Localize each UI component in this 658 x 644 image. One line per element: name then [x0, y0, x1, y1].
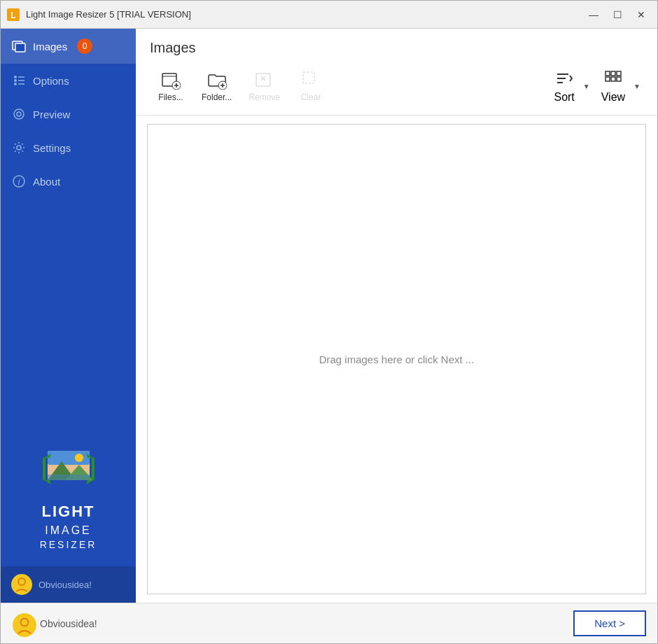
remove-button: Remove — [241, 66, 287, 106]
bottom-brand-icon — [12, 612, 34, 635]
svg-point-17 — [75, 454, 83, 462]
svg-rect-20 — [48, 475, 90, 480]
sidebar-nav: Images 0 Options — [1, 29, 136, 430]
maximize-button[interactable]: ☐ — [607, 6, 628, 23]
svg-rect-44 — [611, 71, 615, 76]
svg-rect-48 — [617, 77, 621, 81]
view-label: View — [601, 91, 625, 104]
svg-point-4 — [14, 76, 17, 78]
view-arrow-icon[interactable]: ▼ — [631, 64, 643, 108]
svg-point-28 — [18, 578, 25, 585]
page-title: Images — [150, 40, 643, 56]
svg-rect-43 — [606, 71, 610, 76]
logo-graphic — [41, 444, 97, 493]
svg-marker-22 — [44, 480, 51, 484]
titlebar: L Light Image Resizer 5 [TRIAL VERSION] … — [1, 1, 657, 29]
logo-line1: LIGHT — [40, 501, 97, 523]
clear-label: Clear — [301, 92, 321, 102]
svg-rect-47 — [611, 77, 615, 81]
sidebar-item-preview[interactable]: Preview — [1, 97, 136, 131]
remove-label: Remove — [248, 92, 280, 102]
view-split-button[interactable]: View ▼ — [596, 64, 643, 108]
svg-text:i: i — [18, 177, 20, 187]
app-title: Light Image Resizer 5 [TRIAL VERSION] — [26, 9, 583, 20]
svg-rect-23 — [43, 458, 46, 480]
images-label: Images — [33, 41, 67, 52]
svg-rect-3 — [15, 43, 25, 52]
sidebar-footer: Obviousidea! — [1, 566, 136, 603]
preview-icon — [12, 107, 26, 121]
minimize-button[interactable]: — — [583, 6, 604, 23]
preview-label: Preview — [33, 108, 70, 120]
about-label: About — [33, 176, 60, 188]
folder-button[interactable]: Folder... — [195, 66, 239, 106]
images-badge: 0 — [77, 38, 92, 54]
sort-arrow-icon[interactable]: ▼ — [580, 64, 593, 108]
logo-line2: IMAGE — [40, 523, 97, 538]
next-button[interactable]: Next > — [573, 610, 646, 636]
sidebar-item-settings[interactable]: Settings — [1, 131, 136, 164]
svg-point-50 — [21, 618, 29, 626]
sidebar-item-images[interactable]: Images 0 — [1, 29, 136, 64]
obviousidea-icon — [10, 573, 33, 596]
sort-label: Sort — [554, 91, 574, 104]
sidebar: Images 0 Options — [1, 29, 136, 603]
sidebar-item-about[interactable]: i About — [1, 164, 136, 198]
main-layout: Images 0 Options — [1, 29, 657, 603]
svg-point-10 — [14, 109, 24, 119]
svg-point-6 — [14, 83, 17, 85]
options-label: Options — [33, 75, 69, 87]
drop-hint-text: Drag images here or click Next ... — [319, 354, 475, 365]
sidebar-logo: LIGHT IMAGE RESIZER — [1, 430, 136, 566]
toolbar: Files... Folder... — [150, 64, 643, 108]
settings-label: Settings — [33, 142, 71, 154]
svg-rect-45 — [617, 71, 621, 76]
svg-point-12 — [17, 146, 21, 150]
svg-rect-36 — [256, 74, 270, 86]
app-icon: L — [6, 8, 20, 22]
clear-icon — [301, 70, 321, 90]
clear-button: Clear — [290, 66, 332, 106]
close-button[interactable]: ✕ — [631, 6, 652, 23]
bottom-brand-label: Obviousidea! — [40, 618, 97, 629]
about-icon: i — [12, 174, 26, 188]
svg-point-5 — [14, 79, 17, 82]
bottom-brand: Obviousidea! — [12, 612, 97, 635]
footer-brand-label: Obviousidea! — [38, 580, 92, 590]
svg-rect-39 — [303, 72, 314, 83]
svg-rect-26 — [92, 458, 94, 480]
view-main[interactable]: View — [596, 64, 631, 108]
sort-main[interactable]: Sort — [548, 64, 580, 108]
svg-point-11 — [17, 112, 21, 116]
files-label: Files... — [158, 92, 183, 102]
window-controls: — ☐ ✕ — [583, 6, 652, 23]
content-area: Images Files... — [136, 29, 657, 603]
folder-icon — [207, 70, 227, 90]
sort-split-button[interactable]: Sort ▼ — [548, 64, 592, 108]
logo-line3: RESIZER — [40, 538, 97, 552]
logo-text: LIGHT IMAGE RESIZER — [40, 501, 97, 552]
svg-text:L: L — [10, 10, 15, 20]
svg-rect-46 — [606, 77, 610, 81]
bottom-bar: Obviousidea! Next > — [1, 603, 657, 643]
remove-icon — [255, 70, 274, 90]
svg-marker-25 — [86, 480, 93, 484]
files-button[interactable]: Files... — [150, 66, 192, 106]
sort-icon — [554, 69, 574, 88]
sidebar-item-options[interactable]: Options — [1, 64, 136, 97]
view-icon — [603, 69, 623, 88]
settings-icon — [12, 141, 26, 155]
options-icon — [12, 74, 26, 88]
content-header: Images Files... — [136, 29, 657, 115]
images-icon — [12, 39, 26, 53]
files-icon — [161, 70, 181, 90]
folder-label: Folder... — [202, 92, 232, 102]
image-drop-area[interactable]: Drag images here or click Next ... — [147, 124, 646, 594]
